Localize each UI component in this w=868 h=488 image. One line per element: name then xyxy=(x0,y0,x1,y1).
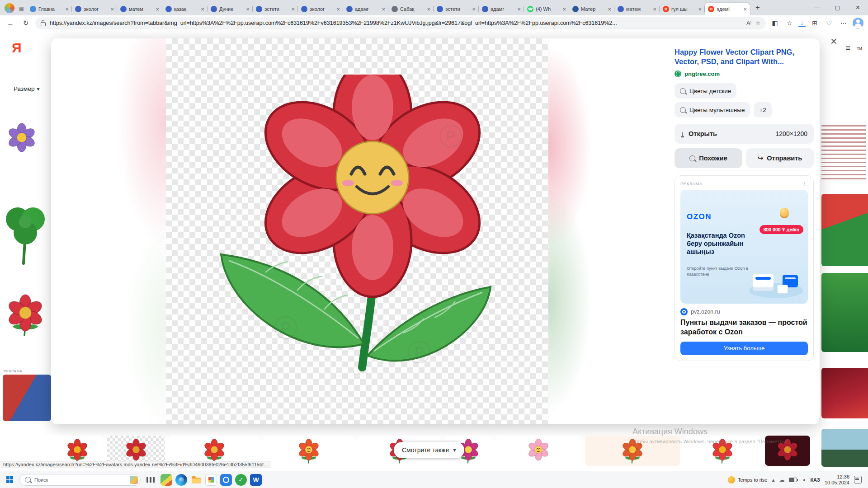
tab-close-icon[interactable]: × xyxy=(336,6,340,13)
taskbar-store-icon[interactable] xyxy=(205,474,217,486)
task-view-button[interactable] xyxy=(144,473,157,487)
see-also-button[interactable]: Смотрите также ▾ xyxy=(394,442,464,458)
search-highlight-icon[interactable] xyxy=(130,476,138,484)
related-image-thumbnail-9[interactable] xyxy=(684,436,761,466)
tab-close-icon[interactable]: × xyxy=(698,6,702,13)
tab-close-icon[interactable]: × xyxy=(517,6,521,13)
taskbar-clock[interactable]: 12:36 10.05.2024 xyxy=(825,474,849,486)
taskbar-word-icon[interactable]: W xyxy=(250,474,262,486)
more-tags-chip[interactable]: +2 xyxy=(754,102,771,117)
open-image-button[interactable]: ↓ Открыть 1200×1200 xyxy=(675,124,814,144)
result-thumbnail[interactable] xyxy=(3,120,51,159)
related-image-thumbnail-7[interactable] xyxy=(496,436,581,466)
similar-images-button[interactable]: Похожие xyxy=(675,148,742,168)
result-thumbnail[interactable] xyxy=(821,368,868,418)
taskbar-app-icon[interactable] xyxy=(220,474,232,486)
result-thumbnail[interactable] xyxy=(821,273,868,352)
start-button[interactable] xyxy=(3,473,16,487)
bookmark-star-icon[interactable]: ☆ xyxy=(755,20,760,26)
viewer-close-icon[interactable]: × xyxy=(830,35,837,48)
tab-close-icon[interactable]: × xyxy=(427,6,430,13)
hidden-icons-chevron[interactable]: ▴ xyxy=(772,477,774,483)
extensions-icon[interactable]: ⊞ xyxy=(809,19,820,27)
tab-close-icon[interactable]: × xyxy=(65,6,69,13)
favorites-icon[interactable]: ☆ xyxy=(784,19,795,27)
notification-center-button[interactable] xyxy=(854,476,862,483)
battery-icon[interactable] xyxy=(789,478,797,482)
volume-icon[interactable]: ◄ xyxy=(802,478,806,482)
tab-close-icon[interactable]: × xyxy=(608,6,611,13)
tag-chip[interactable]: Цветы мультяшные xyxy=(675,102,750,117)
flower-clipart-image[interactable] xyxy=(211,75,500,400)
keyboard-language[interactable]: КАЗ xyxy=(810,477,820,483)
downloads-icon[interactable]: ↓ xyxy=(798,19,806,27)
next-image-blur[interactable] xyxy=(548,38,669,424)
tab-close-icon[interactable]: × xyxy=(156,6,159,13)
browser-tab-5[interactable]: Дүние× xyxy=(208,3,253,15)
ad-creative[interactable]: OZON 800 000 ₸ дейін Қазақстанда Ozon бе… xyxy=(680,190,808,304)
tab-close-icon[interactable]: × xyxy=(201,6,204,13)
minimize-button[interactable]: — xyxy=(807,0,827,15)
browser-account-avatar[interactable] xyxy=(853,18,863,28)
ad-card[interactable]: РЕКЛАМА ⋮ OZON 800 000 ₸ дейін Қазақстан… xyxy=(675,175,814,361)
browser-tab-9[interactable]: Сабақ× xyxy=(388,3,434,15)
maximize-button[interactable]: ▢ xyxy=(827,0,848,15)
taskbar-search-box[interactable]: Поиск xyxy=(19,474,141,486)
address-bar[interactable]: https://yandex.kz/images/search?from=tab… xyxy=(35,17,766,29)
browser-tab-15[interactable]: Ягүл шы× xyxy=(660,3,705,15)
browser-tab-2[interactable]: эколог× xyxy=(72,3,117,15)
size-filter-dropdown[interactable]: Размер ▾ xyxy=(14,85,39,92)
taskbar-app-icon[interactable]: ✓ xyxy=(235,474,247,486)
tab-close-icon[interactable]: × xyxy=(472,6,476,13)
result-thumbnail[interactable] xyxy=(3,275,51,355)
browser-tab-16[interactable]: Яәдемі× xyxy=(705,3,750,15)
tab-close-icon[interactable]: × xyxy=(562,6,566,13)
browser-tab-12[interactable]: ☎(4) Wh× xyxy=(524,3,569,15)
sidebar-ad-banner[interactable] xyxy=(3,375,51,421)
taskbar-explorer-icon[interactable] xyxy=(190,474,202,486)
taskbar-edge-icon[interactable] xyxy=(175,474,187,486)
read-aloud-icon[interactable]: A⁾ xyxy=(746,20,751,26)
tab-close-icon[interactable]: × xyxy=(653,6,656,13)
taskbar-app-icon[interactable] xyxy=(160,474,172,486)
lock-icon[interactable] xyxy=(41,22,46,26)
browser-profile-avatar[interactable] xyxy=(5,3,14,13)
split-screen-icon[interactable]: ◧ xyxy=(769,19,780,27)
tab-close-icon[interactable]: × xyxy=(291,6,295,13)
browser-tab-4[interactable]: қазақ× xyxy=(162,3,208,15)
kebab-menu-icon[interactable]: ⋮ xyxy=(802,180,808,187)
related-image-thumbnail-4[interactable] xyxy=(264,436,354,466)
tab-close-icon[interactable]: × xyxy=(382,6,385,13)
new-tab-button[interactable]: + xyxy=(752,2,764,14)
browser-tab-10[interactable]: эстети× xyxy=(434,3,479,15)
browser-tab-7[interactable]: эколог× xyxy=(298,3,343,15)
settings-menu-icon[interactable]: ⋯ xyxy=(838,19,849,27)
share-button[interactable]: ↪ Отправить xyxy=(746,148,814,168)
back-button[interactable]: ← xyxy=(5,17,16,29)
result-thumbnail[interactable] xyxy=(821,429,868,467)
browser-tab-8[interactable]: адамг× xyxy=(343,3,388,15)
ad-title[interactable]: Пункты выдачи заказов — простой заработо… xyxy=(680,318,808,337)
browser-tab-13[interactable]: Матер× xyxy=(569,3,614,15)
tab-close-icon[interactable]: × xyxy=(743,6,747,13)
tab-actions-icon[interactable]: ▦ xyxy=(17,5,26,12)
image-title-link[interactable]: Happy Flower Vector Clipart PNG, Vector,… xyxy=(675,47,814,66)
browser-tab-3[interactable]: матем× xyxy=(117,3,162,15)
browser-tab-1[interactable]: Главна× xyxy=(27,3,72,15)
weather-widget[interactable]: Temps to rise xyxy=(728,476,767,483)
tag-chip[interactable]: Цветы детские xyxy=(675,83,736,99)
related-image-thumbnail-10[interactable] xyxy=(765,436,810,466)
source-site-link[interactable]: pngtree.com xyxy=(684,70,720,77)
result-thumbnail[interactable] xyxy=(3,197,51,272)
tab-close-icon[interactable]: × xyxy=(246,6,250,13)
browser-tab-14[interactable]: матем× xyxy=(614,3,660,15)
tab-close-icon[interactable]: × xyxy=(110,6,114,13)
window-close-button[interactable]: × xyxy=(848,0,868,15)
browser-tab-6[interactable]: эстети× xyxy=(253,3,298,15)
related-image-thumbnail-8[interactable] xyxy=(585,436,680,466)
result-thumbnail[interactable] xyxy=(821,194,868,266)
previous-image-blur[interactable] xyxy=(51,38,166,424)
page-menu-icon[interactable]: ≡ xyxy=(846,44,850,53)
ad-cta-button[interactable]: Узнать больше xyxy=(680,342,808,355)
url-text[interactable]: https://yandex.kz/images/search?from=tab… xyxy=(50,20,742,26)
